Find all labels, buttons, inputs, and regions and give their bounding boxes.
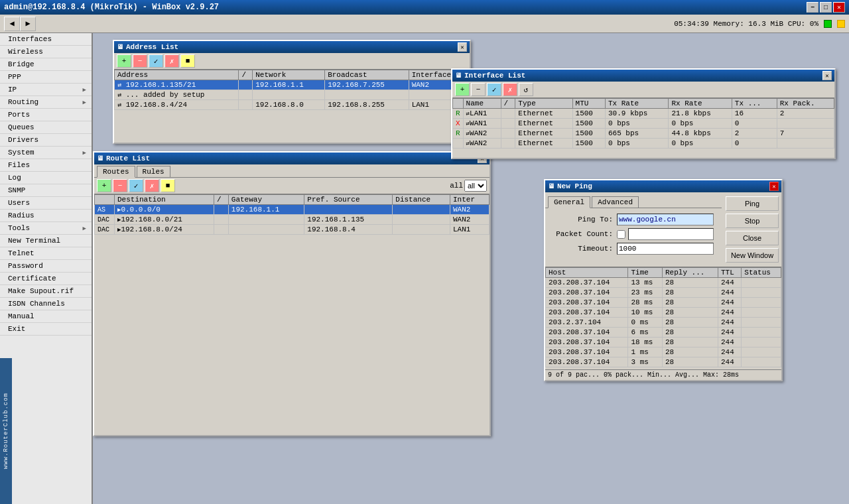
ping-body: General Advanced Ping To: Packet Count:	[545, 192, 781, 267]
dest-cell: ▶0.0.0.0/0	[115, 205, 214, 215]
enable-iface-button[interactable]: ✓	[487, 83, 501, 96]
sidebar-item-isdn[interactable]: ISDN Channels	[0, 298, 92, 310]
tab-rules[interactable]: Rules	[137, 166, 170, 177]
packet-count-checkbox[interactable]	[617, 230, 625, 239]
sidebar-item-new-terminal[interactable]: New Terminal	[0, 235, 92, 247]
back-button[interactable]: ◀	[4, 17, 20, 31]
reply-cell: 28	[663, 318, 718, 328]
table-row: 203.208.37.104 28 ms 28 244	[546, 298, 781, 308]
route-list-titlebar[interactable]: 🖥 Route List ✕	[94, 153, 490, 164]
table-row[interactable]: R ⇄WAN2 Ethernet 1500 665 bps 44.8 kbps …	[453, 129, 834, 139]
sidebar-item-tools[interactable]: Tools ▶	[0, 222, 92, 235]
comment-button[interactable]: ■	[180, 54, 195, 68]
enable-route-button[interactable]: ✓	[129, 179, 143, 192]
sidebar-item-drivers[interactable]: Drivers	[0, 134, 92, 147]
stop-button[interactable]: Stop	[726, 214, 779, 228]
table-row[interactable]: X ⇄WAN1 Ethernet 1500 0 bps 0 bps 0	[453, 119, 834, 129]
new-ping-titlebar[interactable]: 🖥 New Ping ✕	[545, 180, 781, 192]
app-title: admin@192.168.8.4 (MikroTik) - WinBox v2…	[4, 3, 807, 12]
name-cell: ⇄WAN2	[463, 139, 501, 149]
tab-routes[interactable]: Routes	[97, 166, 135, 178]
sidebar-item-ip[interactable]: IP ▶	[0, 84, 92, 96]
table-row[interactable]: ⇄WAN2 Ethernet 1500 0 bps 0 bps 0	[453, 139, 834, 149]
sidebar-item-snmp[interactable]: SNMP	[0, 184, 92, 197]
broadcast-cell: 192.168.7.255	[325, 80, 409, 90]
name-cell: ⇄WAN2	[463, 129, 501, 139]
sidebar-item-wireless[interactable]: Wireless	[0, 46, 92, 58]
sidebar-item-radius[interactable]: Radius	[0, 210, 92, 222]
enable-button[interactable]: ✓	[149, 54, 163, 68]
sidebar-item-manual[interactable]: Manual	[0, 310, 92, 323]
remove-iface-button[interactable]: −	[471, 83, 486, 96]
rx-cell: 7	[777, 129, 834, 139]
table-row[interactable]: DAC ▶192.168.0.0/21 192.168.1.135 WAN2	[95, 215, 490, 225]
rx-rate-cell: 0 bps	[669, 119, 732, 129]
table-row[interactable]: R ⇄LAN1 Ethernet 1500 30.9 kbps 21.8 kbp…	[453, 109, 834, 119]
reset-iface-button[interactable]: ↺	[519, 83, 533, 96]
sidebar-item-password[interactable]: Password	[0, 260, 92, 273]
reply-cell: 28	[663, 288, 718, 298]
add-route-button[interactable]: +	[97, 179, 111, 192]
sidebar-item-files[interactable]: Files	[0, 159, 92, 172]
sidebar-item-ppp[interactable]: PPP	[0, 71, 92, 84]
sidebar-item-users[interactable]: Users	[0, 197, 92, 210]
type-cell: Ethernet	[515, 119, 572, 129]
sidebar-item-bridge[interactable]: Bridge	[0, 58, 92, 71]
filter-select[interactable]: all	[464, 180, 487, 192]
distance-cell	[393, 215, 450, 225]
table-row[interactable]: ⇄ 192.168.1.135/21 192.168.1.1 192.168.7…	[115, 80, 470, 90]
table-row[interactable]: DAC ▶192.168.8.0/24 192.168.8.4 LAN1	[95, 225, 490, 235]
ttl-cell: 244	[718, 298, 741, 308]
ping-form: General Advanced Ping To: Packet Count:	[545, 192, 722, 267]
new-window-button[interactable]: New Window	[726, 248, 779, 263]
reply-cell: 28	[663, 278, 718, 288]
address-list-titlebar[interactable]: 🖥 Address List ✕	[114, 41, 470, 53]
disable-button[interactable]: ✗	[164, 54, 179, 68]
comment-route-button[interactable]: ■	[161, 179, 175, 192]
interface-list-close[interactable]: ✕	[822, 71, 832, 80]
sidebar-item-interfaces[interactable]: Interfaces	[0, 33, 92, 46]
status-cell: R	[453, 129, 464, 139]
table-row: 203.208.37.104 23 ms 28 244	[546, 288, 781, 298]
remove-button[interactable]: −	[133, 54, 147, 68]
ping-to-input[interactable]	[617, 214, 714, 225]
ping-results-container: Host Time Reply ... TTL Status 203.208.3…	[545, 267, 781, 369]
minimize-button[interactable]: −	[807, 2, 818, 13]
table-row[interactable]: AS ▶0.0.0.0/0 192.168.1.1 WAN2	[95, 205, 490, 215]
close-ping-button[interactable]: Close	[726, 231, 779, 245]
sidebar-item-system[interactable]: System ▶	[0, 147, 92, 159]
add-iface-button[interactable]: +	[455, 83, 470, 96]
address-list-close[interactable]: ✕	[458, 42, 467, 52]
table-row[interactable]: ⇄ 192.168.8.4/24 192.168.8.0 192.168.8.2…	[115, 100, 470, 110]
network-cell	[253, 90, 325, 100]
network-cell: 192.168.8.0	[253, 100, 325, 110]
sidebar-item-routing[interactable]: Routing ▶	[0, 96, 92, 109]
forward-button[interactable]: ▶	[20, 17, 36, 31]
ping-button[interactable]: Ping	[726, 196, 779, 211]
sidebar-item-exit[interactable]: Exit	[0, 323, 92, 336]
sidebar-item-ports[interactable]: Ports	[0, 109, 92, 121]
packet-count-label: Packet Count:	[553, 230, 613, 238]
rx-rate-cell: 0 bps	[669, 139, 732, 149]
sidebar-item-make-supout[interactable]: Make Supout.rif	[0, 285, 92, 298]
add-button[interactable]: +	[117, 54, 131, 68]
sidebar-item-telnet[interactable]: Telnet	[0, 247, 92, 260]
close-button[interactable]: ✕	[833, 2, 845, 13]
new-ping-close[interactable]: ✕	[769, 182, 779, 191]
tab-general[interactable]: General	[548, 196, 590, 208]
table-row[interactable]: ⇄ ... added by setup	[115, 90, 470, 100]
maximize-button[interactable]: □	[820, 2, 832, 13]
sidebar-item-certificate[interactable]: Certificate	[0, 273, 92, 285]
remove-route-button[interactable]: −	[113, 179, 127, 192]
tab-advanced[interactable]: Advanced	[592, 196, 639, 208]
mtu-cell: 1500	[572, 139, 605, 149]
timeout-input[interactable]	[617, 243, 714, 255]
packet-count-input[interactable]	[628, 228, 714, 240]
disable-route-button[interactable]: ✗	[145, 179, 159, 192]
sidebar-item-log[interactable]: Log	[0, 172, 92, 184]
interface-list-titlebar[interactable]: 🖥 Interface List ✕	[452, 70, 834, 82]
status-cell: R	[453, 109, 464, 119]
title-bar: admin@192.168.8.4 (MikroTik) - WinBox v2…	[0, 0, 849, 15]
disable-iface-button[interactable]: ✗	[503, 83, 517, 96]
sidebar-item-queues[interactable]: Queues	[0, 121, 92, 134]
